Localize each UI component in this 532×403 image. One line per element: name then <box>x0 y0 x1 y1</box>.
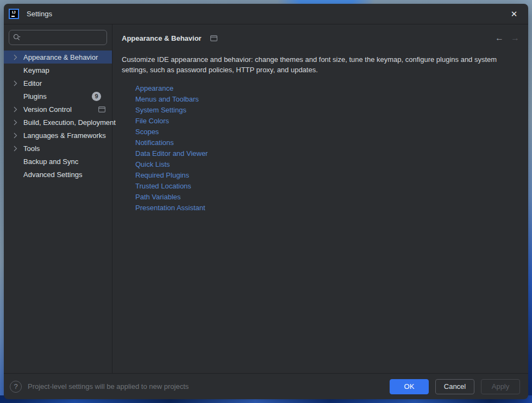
settings-dialog: IJ Settings ✕ Appea <box>4 4 528 399</box>
settings-link[interactable]: Scopes <box>135 127 159 137</box>
settings-sidebar: Appearance & Behavior Keymap <box>4 24 112 373</box>
sidebar-item-label: Advanced Settings <box>23 171 82 179</box>
settings-link[interactable]: File Colors <box>135 116 169 127</box>
sidebar-item[interactable]: Appearance & Behavior <box>4 51 112 64</box>
chevron-right-icon[interactable] <box>12 54 18 60</box>
sidebar-item-label: Appearance & Behavior <box>23 53 98 61</box>
sidebar-item[interactable]: Version Control <box>4 103 112 116</box>
sidebar-item[interactable]: Plugins 9 <box>4 90 112 103</box>
settings-tree: Appearance & Behavior Keymap <box>4 51 112 181</box>
chevron-right-icon[interactable] <box>12 133 18 138</box>
page-title: Appearance & Behavior <box>122 34 202 42</box>
settings-links: AppearanceMenus and ToolbarsSystem Setti… <box>135 83 521 213</box>
back-arrow-icon[interactable]: ← <box>495 33 504 43</box>
sidebar-item[interactable]: Backup and Sync <box>4 155 112 168</box>
apply-button: Apply <box>481 379 520 394</box>
chevron-right-icon[interactable] <box>12 119 18 125</box>
search-field[interactable] <box>23 34 119 42</box>
sidebar-item-label: Languages & Frameworks <box>23 131 106 140</box>
window-icon <box>98 106 105 112</box>
sidebar-item[interactable]: Editor <box>4 77 112 90</box>
settings-link[interactable]: Data Editor and Viewer <box>135 148 208 159</box>
search-icon <box>12 33 21 42</box>
sidebar-item[interactable]: Languages & Frameworks <box>4 129 112 142</box>
settings-link[interactable]: Notifications <box>135 137 174 148</box>
settings-link[interactable]: Quick Lists <box>135 159 170 170</box>
sidebar-item[interactable]: Advanced Settings <box>4 168 112 181</box>
ok-button[interactable]: OK <box>390 379 429 394</box>
sidebar-item[interactable]: Build, Execution, Deployment <box>4 116 112 129</box>
sidebar-item-label: Keymap <box>23 66 49 74</box>
sidebar-item-label: Backup and Sync <box>23 158 78 166</box>
cancel-button[interactable]: Cancel <box>435 379 474 394</box>
help-icon[interactable]: ? <box>10 381 22 393</box>
plugin-count-badge: 9 <box>92 92 101 101</box>
window-title: Settings <box>27 10 52 18</box>
window-icon <box>210 35 217 41</box>
search-dropdown-arrow <box>19 36 21 37</box>
chevron-right-icon[interactable] <box>12 146 18 152</box>
settings-link[interactable]: Path Variables <box>135 192 181 203</box>
sidebar-item-label: Plugins <box>23 92 47 100</box>
footer-hint: Project-level settings will be applied t… <box>28 382 189 391</box>
settings-link[interactable]: Presentation Assistant <box>135 203 205 213</box>
sidebar-item-label: Build, Execution, Deployment <box>23 118 116 127</box>
settings-link[interactable]: System Settings <box>135 105 186 116</box>
settings-link[interactable]: Appearance <box>135 83 173 94</box>
chevron-right-icon[interactable] <box>12 80 18 86</box>
footer-bar: ? Project-level settings will be applied… <box>4 373 528 399</box>
chevron-right-icon[interactable] <box>12 106 18 112</box>
settings-link[interactable]: Menus and Toolbars <box>135 94 199 105</box>
forward-arrow-icon: → <box>511 33 520 43</box>
title-bar: IJ Settings ✕ <box>4 4 528 24</box>
sidebar-item[interactable]: Keymap <box>4 64 112 77</box>
settings-link[interactable]: Required Plugins <box>135 170 189 181</box>
sidebar-item-label: Editor <box>23 79 42 87</box>
page-description: Customize IDE appearance and behavior: c… <box>122 54 512 75</box>
settings-link[interactable]: Trusted Locations <box>135 181 191 192</box>
search-input[interactable] <box>9 30 107 45</box>
close-icon[interactable]: ✕ <box>506 7 522 22</box>
sidebar-item-label: Version Control <box>23 105 72 114</box>
sidebar-item-label: Tools <box>23 144 40 153</box>
intellij-logo-icon: IJ <box>9 9 19 19</box>
settings-content: Appearance & Behavior ← → Customize IDE … <box>112 24 528 373</box>
sidebar-item[interactable]: Tools <box>4 142 112 155</box>
